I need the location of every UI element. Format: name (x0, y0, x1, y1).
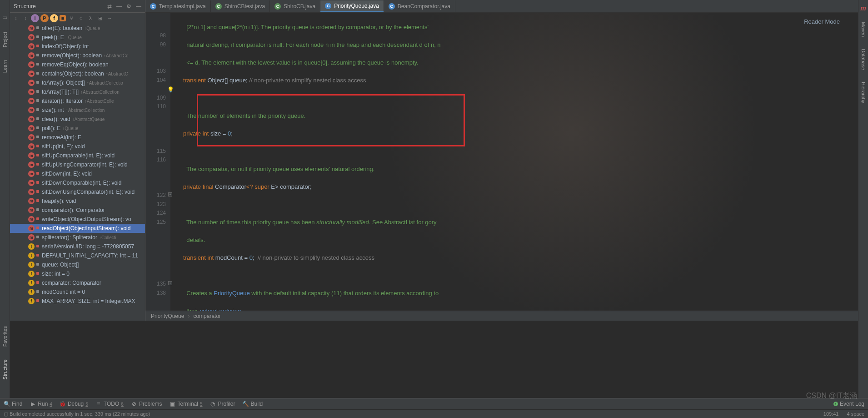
learn-tab[interactable]: Learn (2, 58, 8, 75)
breadcrumb[interactable]: PriorityQueue › comparator (145, 311, 858, 321)
status-collapse-icon[interactable]: ▢ (4, 411, 8, 417)
tree-item[interactable]: mremove(Object): boolean ↑AbstractCo (10, 51, 145, 60)
gutter-line[interactable]: 109 (145, 94, 166, 103)
gutter-line[interactable] (145, 244, 166, 253)
tree-item[interactable]: fcomparator: Comparator (10, 278, 145, 287)
gutter-line[interactable] (145, 297, 166, 307)
gutter-line[interactable] (145, 14, 166, 23)
tree-item[interactable]: fMAX_ARRAY_SIZE: int = Integer.MAX (10, 297, 145, 306)
gutter-line[interactable] (145, 129, 166, 138)
tree-item[interactable]: mindexOf(Object): int (10, 42, 145, 51)
gutter-line[interactable] (145, 227, 166, 236)
tree-item[interactable]: mpeek(): E ↑Queue (10, 33, 145, 42)
tree-item[interactable]: msiftUp(int, E): void (10, 142, 145, 151)
gutter-line[interactable]: 103 (145, 67, 166, 76)
show-anonymous-icon[interactable]: ○ (77, 14, 85, 22)
find-button[interactable]: 🔍Find (4, 401, 22, 407)
tree-item[interactable]: msiftDownUsingComparator(int, E): void (10, 187, 145, 196)
tree-item[interactable]: fqueue: Object[] (10, 260, 145, 269)
run-button[interactable]: ▶Run 4 (30, 401, 52, 407)
tree-item[interactable]: mcomparator(): Comparator (10, 206, 145, 215)
tree-item[interactable]: mclear(): void ↑AbstractQueue (10, 115, 145, 124)
autoscroll-icon[interactable]: → (105, 14, 114, 22)
todo-button[interactable]: ≡TODO 6 (95, 401, 124, 407)
database-tab[interactable]: Database (861, 47, 866, 72)
caret-position[interactable]: 109:41 (823, 411, 839, 417)
tree-item[interactable]: msiftDown(int, E): void (10, 169, 145, 178)
show-inherited-icon[interactable]: ⑂ (67, 14, 75, 22)
gutter-line[interactable] (145, 173, 166, 182)
hierarchy-tab[interactable]: Hierarchy (861, 80, 866, 105)
profiler-button[interactable]: ◔Profiler (210, 401, 235, 407)
code-area[interactable]: [2*n+1] and queue[2*(n+1)]. The priority… (170, 13, 858, 311)
gutter-line[interactable] (145, 262, 166, 271)
sort-alpha-icon[interactable]: ↕ (12, 14, 20, 22)
maven-tab[interactable]: Maven (861, 20, 866, 39)
gutter-line[interactable]: 110 (145, 102, 166, 111)
gutter-line[interactable]: 116 (145, 156, 166, 165)
tree-item[interactable]: mpoll(): E ↑Queue (10, 124, 145, 133)
tree-item[interactable]: mtoArray(T[]): T[] ↑AbstractCollection (10, 87, 145, 96)
tree-item[interactable]: miterator(): Iterator ↑AbstractColle (10, 96, 145, 106)
editor-tab[interactable]: CBeanComparator.java (384, 0, 455, 12)
tree-item[interactable]: mwriteObject(ObjectOutputStream): vo (10, 215, 145, 224)
problems-button[interactable]: ⊘Problems (131, 401, 162, 407)
gutter-line[interactable] (145, 23, 166, 32)
gutter-line[interactable] (145, 120, 166, 129)
gutter-line[interactable]: 115 (145, 147, 166, 156)
tree-item[interactable]: mheapify(): void (10, 196, 145, 206)
build-button[interactable]: 🔨Build (243, 401, 263, 407)
editor-tab[interactable]: CShiroCBtest.java (211, 0, 270, 12)
tree-item[interactable]: msize(): int ↑AbstractCollection (10, 106, 145, 115)
adjust-icon[interactable]: ⇄ (107, 3, 112, 10)
gutter-line[interactable] (145, 49, 166, 58)
favorites-tab[interactable]: Favorites (2, 324, 8, 348)
tree-item[interactable]: fDEFAULT_INITIAL_CAPACITY: int = 11 (10, 251, 145, 260)
gutter-line[interactable]: 💡 (145, 85, 166, 94)
gutter-line[interactable] (145, 236, 166, 245)
gutter-line[interactable]: 125 (145, 218, 166, 227)
tree-item[interactable]: fmodCount: int = 0 (10, 287, 145, 297)
gutter-line[interactable]: 98 (145, 31, 166, 40)
show-nonpublic-icon[interactable]: ■ (60, 15, 66, 21)
tree-item[interactable]: msiftUpComparable(int, E): void (10, 151, 145, 160)
tree-item[interactable]: mremoveEq(Object): boolean (10, 60, 145, 69)
indent-config[interactable]: 4 space (847, 411, 864, 417)
gutter-line[interactable]: 124 (145, 209, 166, 218)
tree-item[interactable]: mspliterator(): Spliterator ↑Collecti (10, 233, 145, 242)
tree-item[interactable]: mreadObject(ObjectInputStream): void (10, 224, 145, 233)
gutter-line[interactable]: 138 (145, 289, 166, 298)
show-interfaces-icon[interactable]: I (31, 14, 39, 22)
tree-item[interactable]: mremoveAt(int): E (10, 133, 145, 142)
project-tab[interactable]: Project (2, 30, 8, 49)
event-log-button[interactable]: 1Event Log (833, 401, 864, 407)
minimize-icon[interactable]: — (116, 3, 122, 10)
gutter-line[interactable]: 123 (145, 200, 166, 209)
gutter-line[interactable] (145, 111, 166, 121)
tree-item[interactable]: msiftUpUsingComparator(int, E): void (10, 160, 145, 169)
tree-item[interactable]: mtoArray(): Object[] ↑AbstractCollectio (10, 78, 145, 87)
show-fields-icon[interactable]: f (50, 14, 58, 22)
tree-item[interactable]: fsize: int = 0 (10, 269, 145, 278)
crumb-member[interactable]: comparator (193, 313, 221, 319)
maven-logo-icon[interactable]: m (860, 5, 866, 12)
editor-tab[interactable]: CPriorityQueue.java (320, 0, 384, 12)
editor-tab[interactable]: CShiroCB.java (270, 0, 320, 12)
crumb-class[interactable]: PriorityQueue (151, 313, 184, 319)
debug-button[interactable]: 🐞Debug 5 (60, 401, 88, 407)
gutter-line[interactable] (145, 271, 166, 280)
editor-tab[interactable]: CTemplatesImpl.java (145, 0, 211, 12)
terminal-button[interactable]: ▣Terminal 5 (170, 401, 203, 407)
show-properties-icon[interactable]: P (40, 14, 49, 22)
gutter-line[interactable] (145, 58, 166, 67)
tree-item[interactable]: mcontains(Object): boolean ↑AbstractC (10, 69, 145, 78)
structure-tab[interactable]: Structure (2, 358, 8, 382)
hide-icon[interactable]: — (136, 3, 141, 10)
gutter-line[interactable] (145, 182, 166, 191)
sort-visibility-icon[interactable]: ↕ (21, 14, 30, 22)
gutter-line[interactable] (145, 165, 166, 174)
tree-item[interactable]: moffer(E): boolean ↑Queue (10, 24, 145, 33)
gutter-line[interactable]: 122+ (145, 191, 166, 200)
gutter-line[interactable] (145, 253, 166, 262)
tree-item[interactable]: fserialVersionUID: long = -7720805057 (10, 242, 145, 251)
